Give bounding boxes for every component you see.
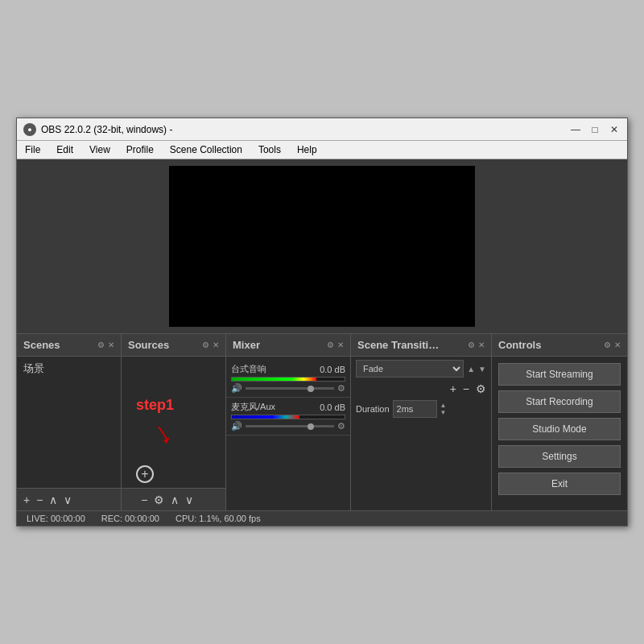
transitions-header-icons: ⚙ ✕ bbox=[468, 341, 485, 349]
mixer-track-2-name: 麦克风/Aux bbox=[231, 401, 275, 413]
sources-config-icon[interactable]: ⚙ bbox=[202, 341, 209, 349]
mixer-track-1: 台式音响 0.0 dB 🔊 ⚙ bbox=[226, 360, 350, 398]
sources-down-btn[interactable]: ∨ bbox=[184, 493, 195, 506]
duration-arrows: ▲ ▼ bbox=[440, 402, 447, 416]
svg-line-0 bbox=[159, 427, 167, 439]
mixer-panel-body: 台式音响 0.0 dB 🔊 ⚙ bbox=[226, 357, 350, 510]
title-bar: ● OBS 22.0.2 (32-bit, windows) - — □ ✕ bbox=[17, 118, 627, 141]
mixer-track-1-slider[interactable] bbox=[246, 387, 334, 390]
status-rec: REC: 00:00:00 bbox=[101, 514, 159, 523]
duration-label: Duration bbox=[356, 404, 390, 414]
transition-remove-btn[interactable]: − bbox=[463, 382, 469, 395]
menu-profile[interactable]: Profile bbox=[122, 142, 159, 157]
minimize-button[interactable]: — bbox=[569, 123, 582, 136]
mixer-track-2: 麦克风/Aux 0.0 dB 🔊 ⚙ bbox=[226, 398, 350, 436]
transition-down-arrow-icon[interactable]: ▼ bbox=[478, 365, 486, 374]
scenes-remove-btn[interactable]: − bbox=[35, 493, 44, 506]
controls-header-icons: ⚙ ✕ bbox=[604, 341, 621, 349]
sources-settings-btn[interactable]: ⚙ bbox=[152, 493, 166, 506]
mixer-header-icons: ⚙ ✕ bbox=[327, 341, 344, 349]
transition-add-btn[interactable]: + bbox=[450, 382, 456, 395]
window-controls: — □ ✕ bbox=[569, 123, 621, 136]
duration-down-icon[interactable]: ▼ bbox=[440, 410, 447, 416]
sources-add-circle[interactable]: + bbox=[136, 465, 154, 483]
menu-file[interactable]: File bbox=[20, 142, 45, 157]
status-bar: LIVE: 00:00:00 REC: 00:00:00 CPU: 1.1%, … bbox=[17, 510, 627, 526]
sources-close-icon[interactable]: ✕ bbox=[213, 341, 219, 349]
start-recording-button[interactable]: Start Recording bbox=[498, 390, 621, 413]
mixer-track-1-controls: 🔊 ⚙ bbox=[231, 383, 345, 394]
step1-label: step1 bbox=[136, 397, 174, 414]
mixer-track-1-fill bbox=[232, 378, 316, 381]
start-streaming-button[interactable]: Start Streaming bbox=[498, 363, 621, 386]
scenes-up-btn[interactable]: ∧ bbox=[47, 493, 59, 506]
scenes-panel: Scenes ⚙ ✕ 场景 + − ∧ ∨ bbox=[17, 334, 122, 510]
scenes-panel-body: 场景 bbox=[17, 357, 121, 488]
scenes-footer: + − ∧ ∨ bbox=[17, 488, 121, 510]
transitions-panel-body: Fade ▲ ▼ + − ⚙ Duration ▲ ▼ bbox=[351, 357, 491, 510]
transitions-panel-title: Scene Transiti… bbox=[357, 339, 439, 351]
app-icon: ● bbox=[23, 123, 36, 136]
scenes-down-btn[interactable]: ∨ bbox=[62, 493, 73, 506]
controls-close-icon[interactable]: ✕ bbox=[614, 341, 621, 349]
mixer-track-2-settings-icon[interactable]: ⚙ bbox=[337, 421, 345, 431]
settings-button[interactable]: Settings bbox=[498, 445, 621, 468]
sources-remove-btn[interactable]: − bbox=[139, 493, 149, 506]
mixer-track-2-controls: 🔊 ⚙ bbox=[231, 421, 345, 431]
mixer-panel-title: Mixer bbox=[233, 339, 260, 351]
controls-panel: Controls ⚙ ✕ Start Streaming Start Recor… bbox=[492, 334, 627, 510]
panels-row: Scenes ⚙ ✕ 场景 + − ∧ ∨ Sources ⚙ bbox=[17, 333, 627, 510]
menu-tools[interactable]: Tools bbox=[254, 142, 286, 157]
transition-type-select[interactable]: Fade bbox=[356, 360, 464, 378]
sources-panel-header: Sources ⚙ ✕ bbox=[122, 334, 225, 357]
mixer-panel-header: Mixer ⚙ ✕ bbox=[226, 334, 350, 357]
mixer-track-2-mute-icon[interactable]: 🔊 bbox=[231, 421, 242, 431]
sources-panel: Sources ⚙ ✕ step1 + + − ⚙ ∧ bbox=[122, 334, 226, 510]
scenes-close-icon[interactable]: ✕ bbox=[108, 341, 114, 349]
scenes-panel-title: Scenes bbox=[23, 339, 60, 351]
mixer-track-1-name: 台式音响 bbox=[231, 363, 266, 375]
window-title: OBS 22.0.2 (32-bit, windows) - bbox=[41, 124, 569, 135]
sources-footer: + − ⚙ ∧ ∨ bbox=[122, 488, 225, 510]
maximize-button[interactable]: □ bbox=[588, 123, 601, 136]
preview-area bbox=[17, 159, 627, 333]
mixer-panel: Mixer ⚙ ✕ 台式音响 0.0 dB 🔊 bbox=[226, 334, 351, 510]
exit-button[interactable]: Exit bbox=[498, 473, 621, 495]
duration-input[interactable] bbox=[393, 400, 437, 418]
mixer-track-2-thumb bbox=[308, 423, 314, 430]
sources-up-btn[interactable]: ∧ bbox=[169, 493, 180, 506]
studio-mode-button[interactable]: Studio Mode bbox=[498, 418, 621, 440]
menu-bar: File Edit View Profile Scene Collection … bbox=[17, 141, 627, 159]
transition-controls: + − ⚙ bbox=[351, 381, 491, 397]
transitions-close-icon[interactable]: ✕ bbox=[478, 341, 485, 349]
mixer-track-1-meter bbox=[231, 377, 345, 382]
mixer-track-1-mute-icon[interactable]: 🔊 bbox=[231, 383, 242, 394]
mixer-config-icon[interactable]: ⚙ bbox=[327, 341, 334, 349]
mixer-track-2-db: 0.0 dB bbox=[320, 402, 345, 412]
step1-arrow-icon bbox=[151, 423, 175, 447]
mixer-track-2-fill bbox=[232, 415, 299, 419]
controls-panel-title: Controls bbox=[498, 339, 541, 351]
controls-config-icon[interactable]: ⚙ bbox=[604, 341, 611, 349]
preview-canvas bbox=[169, 166, 475, 327]
menu-view[interactable]: View bbox=[85, 142, 115, 157]
menu-help[interactable]: Help bbox=[292, 142, 322, 157]
controls-panel-header: Controls ⚙ ✕ bbox=[492, 334, 627, 357]
mixer-track-1-settings-icon[interactable]: ⚙ bbox=[337, 383, 345, 394]
scene-item[interactable]: 场景 bbox=[17, 357, 121, 381]
mixer-close-icon[interactable]: ✕ bbox=[337, 341, 344, 349]
mixer-track-2-slider[interactable] bbox=[246, 425, 334, 427]
transition-settings-btn[interactable]: ⚙ bbox=[476, 382, 486, 395]
scenes-config-icon[interactable]: ⚙ bbox=[97, 341, 105, 349]
menu-edit[interactable]: Edit bbox=[52, 142, 78, 157]
obs-window: ● OBS 22.0.2 (32-bit, windows) - — □ ✕ F… bbox=[16, 118, 628, 526]
scenes-add-btn[interactable]: + bbox=[22, 493, 31, 506]
close-button[interactable]: ✕ bbox=[608, 123, 621, 136]
scenes-panel-header: Scenes ⚙ ✕ bbox=[17, 334, 121, 357]
duration-up-icon[interactable]: ▲ bbox=[440, 402, 447, 409]
mixer-track-1-db: 0.0 dB bbox=[320, 365, 345, 374]
transitions-config-icon[interactable]: ⚙ bbox=[468, 341, 475, 349]
menu-scene-collection[interactable]: Scene Collection bbox=[165, 142, 247, 157]
transition-up-arrow-icon[interactable]: ▲ bbox=[467, 365, 475, 374]
status-cpu: CPU: 1.1%, 60.00 fps bbox=[175, 514, 261, 523]
